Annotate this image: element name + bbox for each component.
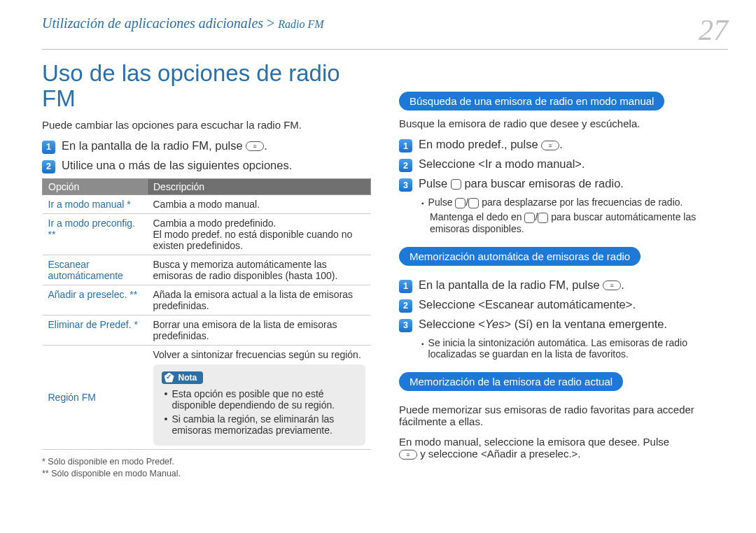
option-name: Eliminar de Predef. *	[43, 315, 148, 345]
step-number-icon: 3	[399, 178, 412, 192]
note-badge: Nota	[162, 371, 204, 384]
nav-button-icon	[524, 213, 535, 223]
note-box: Nota Esta opción es posible que no esté …	[153, 364, 365, 446]
step-number-icon: 2	[42, 160, 55, 173]
option-description: Volver a sintonizar frecuencias según su…	[148, 345, 371, 449]
option-name: Añadir a preselec. **	[43, 285, 148, 315]
step-item: 2 Seleccione <Ir a modo manual>.	[399, 157, 728, 172]
breadcrumb-main: Utilización de aplicaciones adicionales	[42, 15, 263, 31]
step-number-icon: 1	[399, 139, 412, 152]
page-number: 27	[699, 15, 728, 45]
step-number-icon: 1	[42, 141, 55, 154]
step-number-icon: 1	[399, 280, 412, 293]
nav-button-icon	[468, 198, 479, 208]
step-item: 2 Seleccione <Escanear automáticamente>.	[399, 298, 728, 313]
option-description: Añada la emisora actual a la lista de em…	[148, 285, 371, 315]
step-item: 2 Utilice una o más de las siguientes op…	[42, 159, 371, 173]
section-text: En modo manual, seleccione la emisora qu…	[399, 436, 728, 460]
table-head-option: Opción	[43, 178, 148, 194]
header-divider	[42, 49, 728, 50]
step-item: 3 Seleccione <Yes> (Sí) en la ventana em…	[399, 318, 728, 332]
option-description: Cambia a modo predefinido.El modo predef…	[148, 213, 371, 255]
option-name: Escanear automáticamente	[43, 255, 148, 285]
menu-button-icon	[603, 280, 621, 290]
section-heading-pill: Memorización de la emisora de radio actu…	[399, 372, 623, 391]
option-description: Cambia a modo manual.	[148, 194, 371, 213]
nav-button-icon	[538, 213, 548, 223]
option-name: Ir a modo manual *	[43, 194, 148, 213]
note-item: Si cambia la región, se eliminarán las e…	[164, 413, 357, 436]
intro-text: Puede cambiar las opciones para escuchar…	[42, 119, 371, 131]
page-title: Uso de las opciones de radio FM	[42, 61, 371, 112]
section-heading-pill: Búsqueda de una emisora de radio en modo…	[399, 92, 664, 111]
section-text: Puede memorizar sus emisoras de radio fa…	[399, 404, 728, 427]
table-row: Región FM Volver a sintonizar frecuencia…	[43, 345, 371, 449]
step-text: Utilice una o más de las siguientes opci…	[62, 159, 292, 172]
step-item: 1 En modo predef., pulse .	[399, 138, 728, 152]
table-row: Eliminar de Predef. * Borrar una emisora…	[43, 315, 371, 345]
option-description: Busca y memoriza automáticamente las emi…	[148, 255, 371, 285]
options-table: Opción Descripción Ir a modo manual * Ca…	[42, 178, 371, 450]
menu-button-icon	[399, 450, 417, 460]
note-item: Esta opción es posible que no esté dispo…	[164, 388, 357, 411]
step-number-icon: 2	[399, 159, 412, 172]
breadcrumb-sub: Radio FM	[278, 18, 323, 30]
menu-button-icon	[246, 141, 264, 151]
option-name: Ir a modo preconfig. **	[43, 213, 148, 255]
table-row: Escanear automáticamente Busca y memoriz…	[43, 255, 371, 285]
option-description: Borrar una emisora de la lista de emisor…	[148, 315, 371, 345]
section-heading-pill: Memorización automática de emisoras de r…	[399, 247, 640, 266]
table-row: Ir a modo preconfig. ** Cambia a modo pr…	[43, 213, 371, 255]
sub-instructions: Pulse / para desplazarse por las frecuen…	[399, 197, 728, 234]
sub-instructions: Se inicia la sintonización automática. L…	[399, 337, 728, 360]
nav-button-icon	[455, 198, 465, 208]
nav-button-icon	[451, 179, 461, 190]
step-number-icon: 3	[399, 319, 412, 332]
table-row: Añadir a preselec. ** Añada la emisora a…	[43, 285, 371, 315]
step-item: 1 En la pantalla de la radio FM, pulse .	[399, 278, 728, 293]
step-number-icon: 2	[399, 299, 412, 313]
table-row: Ir a modo manual * Cambia a modo manual.	[43, 194, 371, 213]
breadcrumb: Utilización de aplicaciones adicionales …	[42, 15, 324, 31]
table-head-description: Descripción	[148, 178, 371, 194]
step-text: En la pantalla de la radio FM, pulse	[62, 139, 243, 152]
footnote: ** Sólo disponible en modo Manual.	[42, 469, 371, 478]
option-name: Región FM	[43, 345, 148, 449]
step-item: 1 En la pantalla de la radio FM, pulse .	[42, 139, 371, 154]
footnote: * Sólo disponible en modo Predef.	[42, 457, 371, 467]
section-intro: Busque la emisora de radio que desee y e…	[399, 118, 728, 129]
menu-button-icon	[541, 141, 559, 150]
step-item: 3 Pulse para buscar emisoras de radio.	[399, 177, 728, 192]
